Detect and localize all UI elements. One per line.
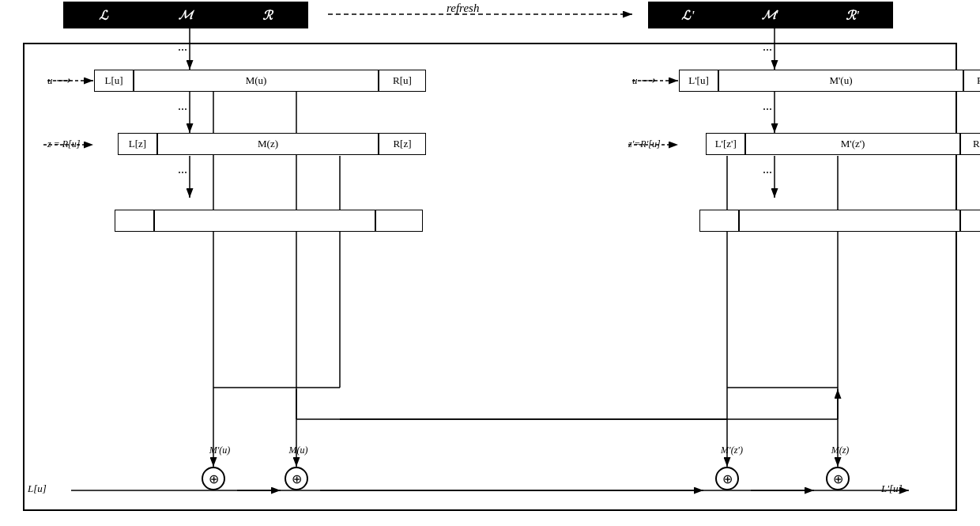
cell-mpu: M'(u): [718, 70, 963, 92]
cell-bl2: [154, 210, 375, 232]
right-bar-label-2: 𝓜': [754, 8, 786, 22]
left-bar-label-3: ℛ: [254, 8, 281, 23]
left-bar-label-2: 𝓜: [171, 8, 200, 22]
row-z-right-label: z'=R'[u]: [628, 138, 703, 150]
dots-left-lower: ···: [178, 166, 187, 180]
xor-circle-3: ⊕: [715, 467, 739, 490]
cell-br3: [960, 210, 980, 232]
cell-mpz: M'(z'): [745, 133, 960, 155]
xor-label-4: M(z): [820, 445, 860, 456]
bottom-label-lpu: L'[u]: [881, 482, 903, 495]
diagram: refresh ℒ 𝓜 ℛ ℒ' 𝓜' ℛ' ··· u ⟶ L[u] M(u)…: [0, 0, 980, 526]
right-bar-label-1: ℒ': [673, 8, 702, 23]
xor-label-2: M(u): [277, 445, 320, 456]
top-bar-left: ℒ 𝓜 ℛ: [63, 2, 308, 28]
cell-mz: M(z): [157, 133, 379, 155]
dots-left-top: ···: [178, 44, 187, 58]
cell-mu: M(u): [134, 70, 379, 92]
row-u-right-label: u ⟶: [632, 74, 676, 87]
bottom-label-lu: L[u]: [28, 482, 47, 495]
dots-left-mid: ···: [178, 103, 187, 117]
cell-br2: [739, 210, 960, 232]
xor-circle-1: ⊕: [202, 467, 225, 490]
xor-circle-4: ⊕: [826, 467, 850, 490]
row-u-left: u ⟶ L[u] M(u) R[u]: [47, 70, 427, 92]
cell-bl1: [115, 210, 154, 232]
row-u-left-label: u ⟶: [47, 74, 91, 87]
svg-rect-32: [24, 44, 956, 510]
xor-label-3: M'(z'): [708, 445, 756, 456]
xor-label-1: M'(u): [196, 445, 243, 456]
right-bar-label-3: ℛ': [838, 8, 867, 23]
cell-lpu: L'[u]: [679, 70, 718, 92]
cell-lz: L[z]: [118, 133, 157, 155]
row-z-right: z'=R'[u] L'[z'] M'(z') R'[z']: [628, 133, 980, 155]
cell-lu: L[u]: [94, 70, 134, 92]
cell-rpz: R'[z']: [960, 133, 980, 155]
dots-right-mid: ···: [763, 103, 772, 117]
cell-bl3: [375, 210, 423, 232]
row-z-left: z = R[u] L[z] M(z) R[z]: [47, 133, 427, 155]
top-bar-right: ℒ' 𝓜' ℛ': [648, 2, 893, 28]
cell-lpz: L'[z']: [706, 133, 745, 155]
refresh-label: refresh: [447, 2, 479, 15]
dots-right-top: ···: [763, 44, 772, 58]
cell-rz: R[z]: [379, 133, 426, 155]
left-bar-label-1: ℒ: [91, 8, 116, 23]
row-z-left-label: z = R[u]: [47, 138, 115, 150]
row-bottom-left: [115, 210, 423, 232]
row-bottom-right: [699, 210, 980, 232]
cell-rpu: R'[u]: [963, 70, 980, 92]
row-u-right: u ⟶ L'[u] M'(u) R'[u]: [632, 70, 980, 92]
cell-br1: [699, 210, 739, 232]
cell-ru: R[u]: [379, 70, 426, 92]
xor-circle-2: ⊕: [285, 467, 308, 490]
dots-right-lower: ···: [763, 166, 772, 180]
